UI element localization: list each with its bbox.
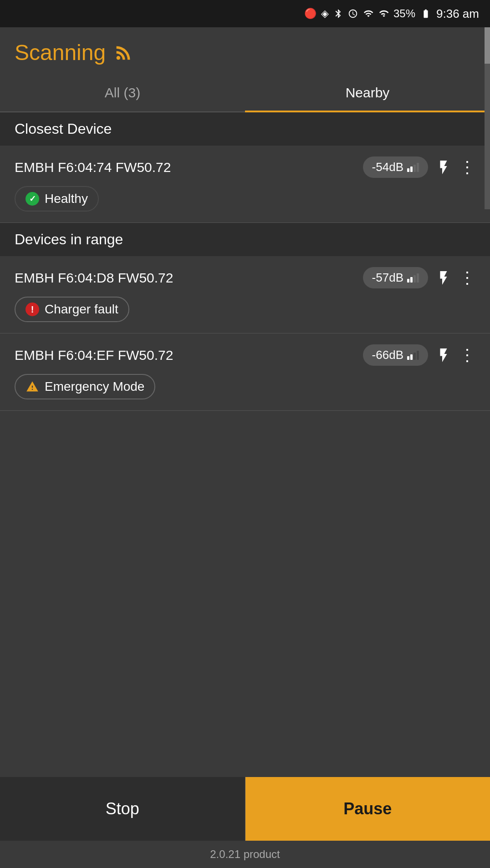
signal-bar-3	[413, 275, 416, 283]
device-item: EMBH F6:04:74 FW50.72 -54dB ⋮ Healthy	[0, 146, 490, 223]
device-row: EMBH F6:04:74 FW50.72 -54dB ⋮	[15, 156, 475, 178]
signal-badge: -54dB	[363, 156, 428, 178]
signal-value: -54dB	[372, 160, 403, 174]
wifi-icon	[362, 9, 374, 19]
pause-button[interactable]: Pause	[245, 777, 490, 841]
status-label: Charger fault	[45, 302, 118, 317]
signal-bar-1	[407, 168, 409, 172]
signal-bar-2	[410, 277, 413, 283]
signal-value: -57dB	[372, 271, 403, 285]
lightning-icon[interactable]	[435, 158, 452, 177]
status-badge-warning: Emergency Mode	[15, 374, 155, 399]
device-item: EMBH F6:04:D8 FW50.72 -57dB ⋮ Charger fa…	[0, 256, 490, 333]
app-title: Scanning	[15, 40, 106, 65]
version-bar: 2.0.21 product	[0, 841, 490, 868]
bottom-buttons: Stop Pause	[0, 777, 490, 841]
lightning-icon[interactable]	[435, 346, 452, 364]
signal-bar-4	[417, 163, 419, 172]
warning-indicator	[26, 380, 39, 394]
signal-bars	[407, 163, 419, 172]
stop-button[interactable]: Stop	[0, 777, 245, 841]
device-name: EMBH F6:04:EF FW50.72	[15, 348, 356, 363]
section-in-range: Devices in range	[0, 223, 490, 256]
signal-bar-3	[413, 165, 416, 172]
lightning-icon[interactable]	[435, 269, 452, 287]
status-icons: 🔴 ◈ 35% 9:36 am	[304, 7, 479, 21]
device-item: EMBH F6:04:EF FW50.72 -66dB ⋮	[0, 333, 490, 411]
more-menu-icon[interactable]: ⋮	[459, 346, 475, 365]
signal-icon	[379, 9, 389, 19]
signal-bar-1	[407, 356, 409, 360]
device-name: EMBH F6:04:D8 FW50.72	[15, 270, 356, 286]
clock-icon	[348, 9, 358, 19]
signal-bars	[407, 351, 419, 360]
device-row: EMBH F6:04:D8 FW50.72 -57dB ⋮	[15, 267, 475, 288]
tab-nearby[interactable]: Nearby	[245, 74, 490, 111]
status-bar: 🔴 ◈ 35% 9:36 am	[0, 0, 490, 27]
more-menu-icon[interactable]: ⋮	[459, 158, 475, 177]
status-label: Emergency Mode	[45, 379, 144, 394]
battery-percent: 35%	[393, 7, 415, 20]
bluetooth-icon: 🔴	[304, 8, 316, 20]
signal-bar-2	[410, 354, 413, 360]
signal-bar-1	[407, 279, 409, 283]
status-badge-error: Charger fault	[15, 297, 129, 322]
tab-all[interactable]: All (3)	[0, 74, 245, 111]
signal-bar-3	[413, 353, 416, 360]
error-indicator	[26, 303, 39, 316]
more-menu-icon[interactable]: ⋮	[459, 268, 475, 288]
scan-icon	[113, 42, 134, 63]
device-name: EMBH F6:04:74 FW50.72	[15, 160, 356, 175]
app-header: Scanning	[0, 27, 490, 74]
signal-bar-4	[417, 273, 419, 283]
status-badge-healthy: Healthy	[15, 186, 99, 212]
tabs[interactable]: All (3) Nearby	[0, 74, 490, 112]
device-row: EMBH F6:04:EF FW50.72 -66dB ⋮	[15, 344, 475, 366]
signal-bar-2	[410, 167, 413, 172]
signal-badge: -57dB	[363, 267, 428, 288]
battery-icon	[420, 9, 432, 19]
time-display: 9:36 am	[436, 7, 479, 21]
scrollbar[interactable]	[485, 74, 490, 209]
signal-bars	[407, 273, 419, 283]
main-content: All (3) Nearby Closest Device EMBH F6:04…	[0, 74, 490, 844]
bottom-area: Stop Pause 2.0.21 product	[0, 777, 490, 868]
signal-bar-4	[417, 351, 419, 360]
healthy-indicator	[26, 192, 39, 206]
section-closest: Closest Device	[0, 112, 490, 146]
version-text: 2.0.21 product	[210, 848, 280, 860]
bluetooth-icon: ◈	[321, 8, 329, 20]
signal-value: -66dB	[372, 348, 403, 362]
bluetooth-icon	[333, 9, 343, 19]
signal-badge: -66dB	[363, 344, 428, 366]
status-label: Healthy	[45, 192, 88, 206]
